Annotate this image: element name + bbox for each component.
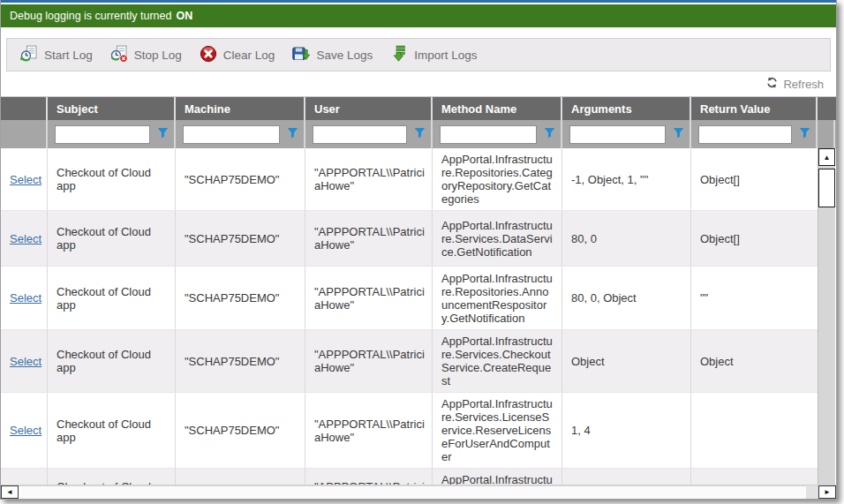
import-logs-button[interactable]: Import Logs — [384, 45, 488, 65]
scroll-up-button[interactable]: ▲ — [818, 148, 835, 166]
filter-input-method-name[interactable] — [440, 125, 537, 144]
cell-user: "APPPORTAL\\PatriciaHowe" — [305, 211, 433, 266]
cell-return-value: "" — [691, 267, 818, 329]
grid-body: Select Checkout of Cloud app "SCHAP75DEM… — [1, 148, 836, 485]
cell-method-name: AppPortal.Infrastructure.Services.Licens… — [433, 393, 562, 468]
refresh-button[interactable]: Refresh — [766, 77, 824, 91]
select-link[interactable]: Select — [10, 232, 41, 245]
funnel-icon — [544, 127, 555, 141]
select-link[interactable]: Select — [10, 424, 41, 437]
filter-cell-return-value — [691, 120, 818, 148]
cell-select: Select — [1, 330, 48, 392]
header-method-name[interactable]: Method Name — [433, 97, 562, 120]
refresh-label: Refresh — [783, 78, 824, 91]
funnel-icon — [157, 127, 169, 141]
left-arrow-icon: ◄ — [6, 488, 13, 496]
header-user[interactable]: User — [305, 97, 433, 120]
debug-log-window: Debug logging is currently turned ON Sta… — [0, 0, 837, 500]
filter-input-return-value[interactable] — [698, 125, 792, 144]
cell-method-name: AppPortal.Infrastructure.Core.ConfigServ… — [433, 469, 562, 485]
header-subject[interactable]: Subject — [48, 97, 176, 120]
filter-cell-user — [305, 120, 433, 148]
cell-return-value: true — [691, 469, 818, 485]
grid-header-row: Subject Machine User Method Name Argumen… — [1, 97, 836, 120]
horizontal-scroll-track[interactable] — [806, 485, 818, 499]
cell-method-name: AppPortal.Infrastructure.Repositories.Ca… — [433, 148, 562, 210]
save-logs-icon — [292, 45, 310, 65]
table-row: Select Checkout of Cloud app "SCHAP75DEM… — [1, 469, 818, 485]
up-arrow-icon: ▲ — [824, 154, 831, 162]
scroll-right-button[interactable]: ► — [818, 485, 836, 499]
cell-method-name: AppPortal.Infrastructure.Repositories.An… — [433, 267, 562, 329]
scroll-left-button[interactable]: ◄ — [1, 485, 19, 499]
table-row: Select Checkout of Cloud app "SCHAP75DEM… — [1, 148, 818, 211]
select-link[interactable]: Select — [10, 173, 41, 186]
filter-cell-machine — [176, 120, 305, 148]
funnel-icon — [414, 127, 426, 141]
filter-input-arguments[interactable] — [569, 125, 666, 144]
filter-funnel-arguments[interactable] — [671, 127, 685, 141]
filter-funnel-method-name[interactable] — [542, 127, 556, 141]
header-arguments[interactable]: Arguments — [562, 97, 691, 120]
vertical-scroll-thumb[interactable] — [818, 169, 835, 207]
grid-filter-row — [1, 120, 836, 148]
refresh-bar: Refresh — [1, 71, 836, 96]
filter-funnel-return-value[interactable] — [797, 127, 811, 141]
start-log-button[interactable]: Start Log — [14, 45, 104, 65]
table-row: Select Checkout of Cloud app "SCHAP75DEM… — [1, 211, 818, 267]
cell-return-value — [691, 393, 818, 468]
cell-select: Select — [1, 211, 48, 266]
header-return-value[interactable]: Return Value — [691, 97, 818, 120]
select-link[interactable]: Select — [10, 355, 41, 368]
cell-return-value: Object[] — [691, 211, 818, 266]
filter-input-machine[interactable] — [183, 125, 280, 144]
cell-arguments: 80, 0, Object — [562, 267, 691, 329]
filter-funnel-machine[interactable] — [285, 127, 299, 141]
save-logs-label: Save Logs — [316, 49, 373, 62]
cell-user: "APPPORTAL\\PatriciaHowe" — [305, 148, 433, 210]
cell-arguments: 80, 0 — [562, 211, 691, 266]
banner-text: Debug logging is currently turned — [10, 10, 171, 22]
filter-cell-subject — [48, 120, 176, 148]
cell-subject: Checkout of Cloud app — [48, 330, 176, 392]
clear-log-icon — [200, 45, 217, 65]
filter-funnel-subject[interactable] — [155, 127, 170, 141]
right-arrow-icon: ► — [824, 488, 831, 496]
top-border-line — [1, 0, 836, 3]
cell-arguments: -1, Object, 1, "" — [562, 148, 691, 210]
filter-input-subject[interactable] — [55, 125, 150, 144]
cell-select: Select — [1, 267, 48, 329]
cell-arguments: 1, 4 — [562, 393, 691, 468]
start-log-icon — [20, 45, 38, 65]
horizontal-scroll-thumb[interactable] — [19, 485, 806, 499]
filter-funnel-user[interactable] — [412, 127, 426, 141]
stop-log-label: Stop Log — [134, 49, 182, 62]
cell-select: Select — [1, 148, 48, 210]
cell-return-value: Object[] — [691, 148, 818, 210]
cell-user: "APPPORTAL\\PatriciaHowe" — [305, 267, 433, 329]
log-grid: Subject Machine User Method Name Argumen… — [1, 96, 836, 499]
banner-state: ON — [176, 10, 192, 22]
save-logs-button[interactable]: Save Logs — [286, 45, 384, 65]
select-link[interactable]: Select — [10, 291, 41, 305]
funnel-icon — [673, 127, 684, 141]
filter-cell-select — [1, 120, 48, 148]
funnel-icon — [799, 127, 810, 141]
cell-machine: "SCHAP75DEMO" — [176, 267, 305, 329]
table-row: Select Checkout of Cloud app "SCHAP75DEM… — [1, 330, 818, 393]
header-select — [1, 97, 48, 120]
stop-log-button[interactable]: Stop Log — [104, 45, 193, 65]
cell-subject: Checkout of Cloud app — [48, 393, 176, 468]
vertical-scrollbar[interactable]: ▲ — [818, 148, 835, 485]
stop-log-icon — [110, 45, 128, 65]
cell-subject: Checkout of Cloud app — [48, 148, 176, 210]
horizontal-scrollbar[interactable]: ◄ ► — [1, 485, 836, 499]
cell-subject: Checkout of Cloud app — [48, 469, 176, 485]
filter-input-user[interactable] — [313, 125, 407, 144]
filter-corner — [818, 120, 835, 148]
header-machine[interactable]: Machine — [176, 97, 305, 120]
cell-machine: "SCHAP75DEMO" — [176, 469, 305, 485]
refresh-icon — [766, 77, 778, 91]
clear-log-button[interactable]: Clear Log — [193, 45, 287, 65]
cell-return-value: Object — [691, 330, 818, 392]
